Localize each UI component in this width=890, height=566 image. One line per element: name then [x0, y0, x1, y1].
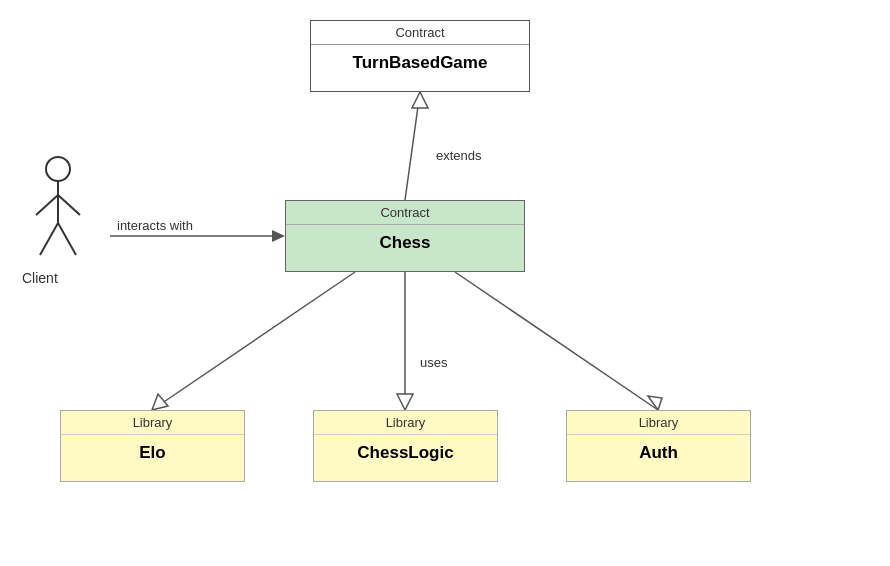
svg-line-0 — [405, 92, 420, 200]
chess-stereotype: Contract — [286, 201, 524, 225]
svg-marker-9 — [272, 230, 285, 242]
client-actor — [28, 155, 88, 265]
svg-point-10 — [46, 157, 70, 181]
svg-marker-7 — [648, 396, 662, 410]
svg-line-12 — [36, 195, 58, 215]
elo-stereotype: Library — [61, 411, 244, 435]
elo-name: Elo — [61, 435, 244, 471]
svg-marker-5 — [397, 394, 413, 410]
chesslogic-box: Library ChessLogic — [313, 410, 498, 482]
diagram-container: Contract TurnBasedGame Contract Chess Li… — [0, 0, 890, 566]
svg-line-14 — [40, 223, 58, 255]
svg-line-6 — [455, 272, 658, 410]
svg-marker-3 — [152, 394, 168, 410]
turnbasedgame-box: Contract TurnBasedGame — [310, 20, 530, 92]
chesslogic-name: ChessLogic — [314, 435, 497, 471]
elo-box: Library Elo — [60, 410, 245, 482]
turnbasedgame-stereotype: Contract — [311, 21, 529, 45]
interacts-with-label: interacts with — [117, 218, 193, 233]
client-label: Client — [22, 270, 58, 286]
auth-box: Library Auth — [566, 410, 751, 482]
svg-line-13 — [58, 195, 80, 215]
turnbasedgame-name: TurnBasedGame — [311, 45, 529, 81]
uses-label: uses — [420, 355, 447, 370]
svg-line-15 — [58, 223, 76, 255]
auth-name: Auth — [567, 435, 750, 471]
chess-box: Contract Chess — [285, 200, 525, 272]
auth-stereotype: Library — [567, 411, 750, 435]
chesslogic-stereotype: Library — [314, 411, 497, 435]
svg-marker-1 — [412, 92, 428, 108]
chess-name: Chess — [286, 225, 524, 261]
extends-label: extends — [436, 148, 482, 163]
svg-line-2 — [152, 272, 355, 410]
